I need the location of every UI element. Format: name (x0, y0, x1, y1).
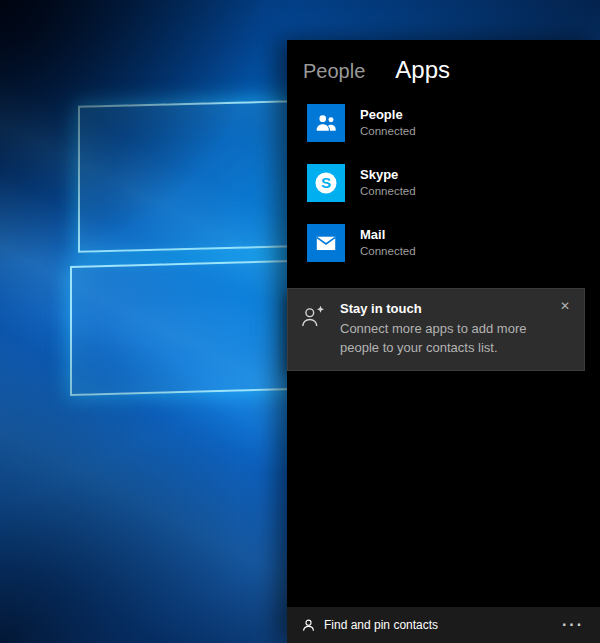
footer-bar: Find and pin contacts ··· (287, 607, 600, 643)
app-status: Connected (360, 184, 416, 199)
tab-people[interactable]: People (303, 60, 365, 83)
callout-body: Connect more apps to add more people to … (340, 320, 560, 358)
close-icon[interactable]: ✕ (556, 297, 574, 315)
app-row-people[interactable]: People Connected (307, 104, 600, 142)
app-name: People (360, 107, 416, 123)
app-name: Mail (360, 227, 416, 243)
connected-apps-list: People Connected S Skype Connected (287, 84, 600, 262)
app-row-mail[interactable]: Mail Connected (307, 224, 600, 262)
people-flyout-panel: People Apps People Connected (287, 40, 600, 643)
tab-apps[interactable]: Apps (395, 56, 450, 84)
app-text: Skype Connected (360, 167, 416, 198)
svg-text:S: S (321, 174, 331, 191)
mail-icon (307, 224, 345, 262)
app-status: Connected (360, 244, 416, 259)
add-people-icon (298, 301, 332, 358)
find-and-pin-contacts-button[interactable]: Find and pin contacts (301, 618, 438, 633)
callout-title: Stay in touch (340, 301, 560, 316)
pivot-tabs: People Apps (287, 40, 600, 84)
app-status: Connected (360, 124, 416, 139)
app-text: Mail Connected (360, 227, 416, 258)
app-name: Skype (360, 167, 416, 183)
footer-label: Find and pin contacts (324, 618, 438, 632)
callout-text: Stay in touch Connect more apps to add m… (332, 301, 574, 358)
person-icon (301, 618, 316, 633)
app-text: People Connected (360, 107, 416, 138)
skype-icon: S (307, 164, 345, 202)
people-icon (307, 104, 345, 142)
stay-in-touch-callout: Stay in touch Connect more apps to add m… (287, 288, 585, 371)
more-options-button[interactable]: ··· (558, 607, 588, 643)
desktop: People Apps People Connected (0, 0, 600, 643)
app-row-skype[interactable]: S Skype Connected (307, 164, 600, 202)
